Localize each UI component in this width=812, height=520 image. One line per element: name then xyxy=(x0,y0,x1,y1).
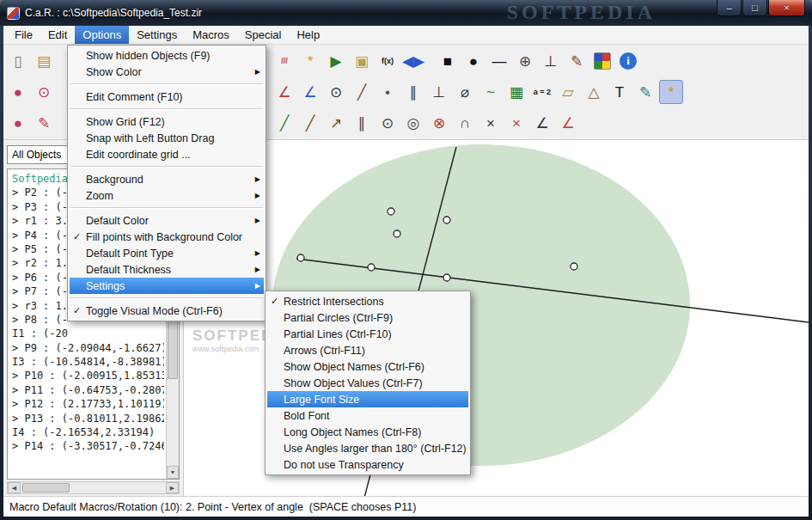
function-editor-icon[interactable]: f(x) xyxy=(375,49,400,73)
polygon-tool-icon[interactable]: △ xyxy=(582,80,606,104)
draw-pencil-icon[interactable]: ✎ xyxy=(565,49,589,73)
menu-item-large-font-size[interactable]: Large Font Size xyxy=(267,391,468,407)
angle-tool-icon[interactable]: ∠ xyxy=(272,80,296,104)
scroll-right-icon[interactable]: ▶ xyxy=(166,482,179,493)
menu-item-show-object-values-ctrl-f7[interactable]: Show Object Values (Ctrl-F7) xyxy=(267,375,468,391)
object-list-item[interactable]: > P9 : (-2.09044,-1.6627) xyxy=(12,341,164,355)
menu-special[interactable]: Special xyxy=(237,26,290,44)
menu-item-bold-font[interactable]: Bold Font xyxy=(267,407,468,424)
circle-point-tool-icon[interactable]: ⊙ xyxy=(324,80,348,104)
macro-gear-icon[interactable]: * xyxy=(298,49,322,73)
menu-settings[interactable]: Settings xyxy=(129,26,185,44)
construction-point[interactable] xyxy=(443,274,450,281)
cross-black-icon[interactable]: × xyxy=(479,111,503,135)
menu-item-long-object-names-ctrl-f8[interactable]: Long Object Names (Ctrl-F8) xyxy=(267,424,468,440)
menu-item-zoom[interactable]: Zoom▶ xyxy=(70,187,264,204)
object-list-item[interactable]: I4 : (-2.16534,2.33194) xyxy=(12,425,164,439)
ray-two-points-icon[interactable]: ↗ xyxy=(324,111,348,135)
menu-item-use-angles-larger-than-180-ctrl-f12[interactable]: Use Angles larger than 180° (Ctrl-F12) xyxy=(267,440,468,456)
angle-mark-red-icon[interactable]: ∠ xyxy=(556,111,580,135)
close-button[interactable]: × xyxy=(768,0,805,16)
menu-help[interactable]: Help xyxy=(289,26,327,44)
minimize-button[interactable]: – xyxy=(717,0,742,16)
maximize-button[interactable]: □ xyxy=(742,0,767,16)
cross-red-icon[interactable]: × xyxy=(504,111,528,135)
menu-item-show-grid-f12[interactable]: Show Grid (F12) xyxy=(70,113,264,130)
special-settings-icon[interactable]: * xyxy=(659,80,683,104)
line-width-icon[interactable]: — xyxy=(487,49,511,73)
run-macro-icon[interactable]: ▶ xyxy=(324,49,348,73)
quill-tool-icon[interactable]: ✎ xyxy=(633,80,657,104)
color-palette-icon[interactable] xyxy=(594,52,611,70)
menu-item-show-object-names-ctrl-f6[interactable]: Show Object Names (Ctrl-F6) xyxy=(267,358,468,375)
menu-item-show-hidden-objects-f9[interactable]: Show hidden Objects (F9) xyxy=(70,47,264,64)
construction-point[interactable] xyxy=(297,254,304,261)
quadric-tool-icon[interactable]: ▱ xyxy=(556,80,580,104)
segment-two-points-icon[interactable]: ╱ xyxy=(272,111,296,135)
menu-item-default-point-type[interactable]: Default Point Type▶ xyxy=(70,245,264,261)
menu-file[interactable]: File xyxy=(7,26,40,44)
horizontal-scrollbar[interactable]: ◀ ▶ xyxy=(7,481,180,494)
expression-tool-icon[interactable]: a = 2 xyxy=(530,80,554,104)
object-list-item[interactable]: > P11 : (-0.64753,-0.28075 xyxy=(12,383,164,397)
menu-item-do-not-use-transparency[interactable]: Do not use Transparency xyxy=(267,456,468,473)
menu-macros[interactable]: Macros xyxy=(185,26,237,44)
construction-point[interactable] xyxy=(571,263,577,270)
object-list-item[interactable]: > P13 : (-0.81011,2.19862) xyxy=(12,412,164,425)
scroll-down-icon[interactable]: ▼ xyxy=(167,466,179,479)
circle-center-point-icon[interactable]: ⊙ xyxy=(375,111,400,135)
construction-lines-icon[interactable]: /// xyxy=(272,49,296,73)
construction-point[interactable] xyxy=(394,230,400,237)
object-list-item[interactable]: I3 : (-10.54814,-8.38981) xyxy=(12,355,164,369)
menu-item-toggle-visual-mode-ctrl-f6[interactable]: ✓Toggle Visual Mode (Ctrl-F6) xyxy=(70,303,264,319)
move-vertex-icon[interactable]: ● xyxy=(6,111,30,135)
parallel-lines-icon[interactable]: ∥ xyxy=(350,111,374,135)
segment-points-tool-icon[interactable]: ╱ xyxy=(350,80,374,104)
menu-edit[interactable]: Edit xyxy=(40,26,75,44)
edit-point-icon[interactable]: ⊙ xyxy=(32,80,56,104)
menu-item-partial-lines-ctrl-f10[interactable]: Partial Lines (Ctrl-F10) xyxy=(267,326,468,342)
menu-item-restrict-intersections[interactable]: ✓Restrict Intersections xyxy=(267,293,468,309)
move-point-icon[interactable]: ● xyxy=(6,80,30,104)
menu-item-background[interactable]: Background▶ xyxy=(70,171,264,187)
construction-point[interactable] xyxy=(388,208,394,215)
arc-tool-icon[interactable]: ∩ xyxy=(453,111,477,135)
parallel-tool-icon[interactable]: ∥ xyxy=(401,80,425,104)
menu-item-partial-circles-ctrl-f9[interactable]: Partial Circles (Ctrl-F9) xyxy=(267,309,468,326)
text-tool-icon[interactable]: T xyxy=(607,80,632,104)
menu-item-snap-with-left-button-drag[interactable]: Snap with Left Button Drag xyxy=(70,130,264,146)
hscroll-thumb[interactable] xyxy=(22,483,70,492)
tangent-tool-icon[interactable]: ⌀ xyxy=(453,80,477,104)
menu-item-default-color[interactable]: Default Color▶ xyxy=(70,212,264,229)
menu-item-default-thickness[interactable]: Default Thickness▶ xyxy=(70,261,264,278)
midpoint-tool-icon[interactable]: • xyxy=(375,80,400,104)
menu-item-arrows-ctrl-f11[interactable]: Arrows (Ctrl-F11) xyxy=(267,342,468,358)
fixed-angle-tool-icon[interactable]: ∠ xyxy=(298,80,322,104)
new-file-icon[interactable]: ▯ xyxy=(6,49,30,73)
object-list-item[interactable]: > P10 : (-2.00915,1.85313) xyxy=(12,369,164,382)
open-file-icon[interactable]: ▤ xyxy=(32,49,56,73)
circle-radius-icon[interactable]: ◎ xyxy=(401,111,425,135)
scroll-left-icon[interactable]: ◀ xyxy=(8,482,21,493)
construction-point[interactable] xyxy=(443,217,450,223)
animation-film-icon[interactable]: ▦ xyxy=(504,80,528,104)
angle-mark-icon[interactable]: ∠ xyxy=(530,111,554,135)
circle-delete-icon[interactable]: ⊗ xyxy=(427,111,451,135)
coordinate-axes-icon[interactable]: ⊥ xyxy=(539,49,563,73)
clipboard-icon[interactable]: ▣ xyxy=(350,49,374,73)
menu-item-show-color[interactable]: Show Color▶ xyxy=(70,64,264,80)
info-icon[interactable]: i xyxy=(620,52,637,70)
black-point-icon[interactable]: ● xyxy=(461,49,485,73)
line-two-points-icon[interactable]: ╱ xyxy=(298,111,322,135)
black-square-icon[interactable]: ■ xyxy=(436,49,460,73)
menu-item-fill-points-with-background-color[interactable]: ✓Fill points with Background Color xyxy=(70,229,264,245)
object-list-item[interactable]: > P12 : (2.17733,1.10119) xyxy=(12,397,164,411)
menu-item-settings[interactable]: Settings▶ xyxy=(70,278,264,294)
zoom-icon[interactable]: ⊕ xyxy=(513,49,537,73)
titlebar[interactable]: C.a.R. : c:\Softpedia\Softpedia_Test.zir… xyxy=(0,0,812,26)
edit-vertex-icon[interactable]: ✎ xyxy=(32,111,56,135)
menu-item-edit-coordinate-grid[interactable]: Edit coordinate grid ... xyxy=(70,146,264,162)
perpendicular-tool-icon[interactable]: ⊥ xyxy=(427,80,451,104)
track-tool-icon[interactable]: ~ xyxy=(479,80,503,104)
object-list-item[interactable]: I1 : (-20 xyxy=(12,327,164,340)
